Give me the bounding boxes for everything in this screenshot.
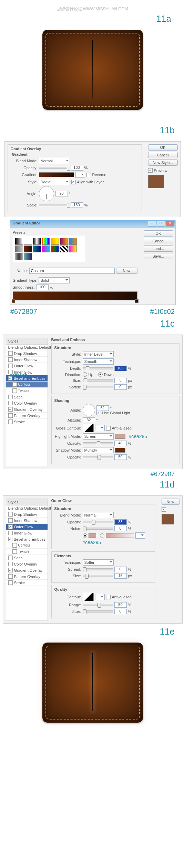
bevel-tech-select[interactable]: Smooth <box>83 358 114 365</box>
og-grad-radio[interactable] <box>100 533 104 538</box>
s2-stroke[interactable]: Stroke <box>6 580 48 586</box>
og-grad-arrow[interactable] <box>135 532 145 539</box>
ok-button[interactable]: OK <box>148 144 178 151</box>
s2-texture[interactable]: Texture <box>6 549 48 555</box>
align-checkbox[interactable]: ✔ <box>71 180 76 184</box>
preview-checkbox-2[interactable]: ✔ <box>162 507 166 512</box>
sh-mode-select[interactable]: Multiply <box>83 447 114 453</box>
ok-button-2[interactable]: OK <box>144 230 173 237</box>
blending-default[interactable]: Blending Options: Default <box>6 345 48 350</box>
sh-op-slider[interactable] <box>83 456 113 458</box>
og-blend-select[interactable]: Normal <box>83 512 114 518</box>
size-slider[interactable] <box>83 379 113 382</box>
style-color-overlay[interactable]: Color Overlay <box>6 400 48 406</box>
opacity-input[interactable]: 100 <box>71 165 83 171</box>
style-texture[interactable]: Texture <box>6 388 48 394</box>
size-input[interactable]: 5 <box>114 378 127 383</box>
aa-checkbox[interactable] <box>106 426 111 431</box>
style-stroke[interactable]: Stroke <box>6 419 48 425</box>
s2-drop[interactable]: Drop Shadow <box>6 511 48 518</box>
gradient-bar[interactable] <box>13 291 137 300</box>
soften-input[interactable]: 0 <box>114 384 127 390</box>
s2-inner-shadow[interactable]: Inner Shadow <box>6 518 48 524</box>
global-light-checkbox[interactable]: ✔ <box>96 411 101 415</box>
s2-grad-ov[interactable]: ✔Gradient Overlay <box>6 567 48 573</box>
og-spread-input[interactable]: 0 <box>114 567 127 572</box>
dir-up-radio[interactable] <box>83 372 87 377</box>
og-contour-arrow[interactable] <box>95 594 105 600</box>
gradient-swatch[interactable] <box>39 172 74 177</box>
opacity-slider[interactable] <box>39 167 69 169</box>
depth-input[interactable]: 100 <box>114 366 127 371</box>
close-icon[interactable]: ✕ <box>166 221 174 226</box>
depth-slider[interactable] <box>83 367 113 369</box>
name-input[interactable] <box>29 268 115 274</box>
gloss-arrow[interactable] <box>95 425 105 431</box>
style-gradient-overlay[interactable]: ✔Gradient Overlay <box>6 406 48 413</box>
new-preset-button[interactable]: New <box>116 268 137 274</box>
s2-color-ov[interactable]: Color Overlay <box>6 561 48 567</box>
og-contour[interactable] <box>83 593 94 601</box>
cancel-button-2[interactable]: Cancel <box>144 238 173 244</box>
style-contour[interactable]: Contour <box>6 382 48 388</box>
sh-color-swatch[interactable] <box>115 448 125 453</box>
s2-satin[interactable]: Satin <box>6 555 48 561</box>
hi-mode-select[interactable]: Screen <box>83 433 114 440</box>
s2-pattern[interactable]: Pattern Overlay <box>6 573 48 580</box>
style-inner-shadow[interactable]: Inner Shadow <box>6 357 48 363</box>
angle-dial[interactable] <box>39 186 54 201</box>
new-style-button[interactable]: New Style... <box>148 160 178 166</box>
maximize-icon[interactable]: □ <box>157 221 165 226</box>
save-button[interactable]: Save... <box>144 253 173 259</box>
type-select[interactable]: Solid <box>39 277 70 283</box>
hi-color-swatch[interactable] <box>115 434 125 439</box>
s2-bevel[interactable]: ✔Bevel and Emboss <box>6 536 48 542</box>
bevel-style-select[interactable]: Inner Bevel <box>83 351 114 357</box>
style-inner-glow[interactable]: Inner Glow#672907 <box>6 369 48 375</box>
scale-slider[interactable] <box>39 204 69 206</box>
sh-op-input[interactable]: 50 <box>114 454 127 460</box>
gradient-arrow[interactable] <box>75 172 85 178</box>
og-op-slider[interactable] <box>83 521 113 523</box>
hi-op-input[interactable]: 48 <box>114 441 127 446</box>
og-noise-input[interactable]: 0 <box>114 526 127 531</box>
style-pattern-overlay[interactable]: Pattern Overlay <box>6 413 48 419</box>
angle-input[interactable]: 90 <box>55 191 68 196</box>
gloss-contour[interactable] <box>83 424 94 432</box>
og-range-input[interactable]: 50 <box>114 602 127 608</box>
og-jitter-input[interactable]: 0 <box>114 609 127 614</box>
smooth-input[interactable]: 100 <box>36 284 49 290</box>
og-size-slider[interactable] <box>83 575 113 577</box>
s2-contour[interactable]: Contour <box>6 542 48 549</box>
new-button-og[interactable]: New <box>162 499 179 505</box>
scale-input[interactable]: 150 <box>71 202 83 208</box>
load-button[interactable]: Load... <box>144 245 173 252</box>
og-jitter-slider[interactable] <box>83 610 113 613</box>
reverse-checkbox[interactable] <box>86 173 91 177</box>
presets-grid[interactable] <box>13 236 85 262</box>
og-color-radio[interactable] <box>83 533 87 538</box>
og-spread-slider[interactable] <box>83 568 113 570</box>
og-color-swatch[interactable] <box>89 533 96 538</box>
style-drop-shadow[interactable]: Drop Shadow <box>6 350 48 357</box>
og-range-slider[interactable] <box>83 604 113 606</box>
preview-checkbox[interactable]: ✔ <box>148 168 153 173</box>
hi-op-slider[interactable] <box>83 442 113 444</box>
style-select[interactable]: Radial <box>39 179 70 185</box>
soften-slider[interactable] <box>83 386 113 388</box>
style-outer-glow[interactable]: Outer Glow <box>6 363 48 369</box>
style-satin[interactable]: Satin <box>6 394 48 400</box>
s2-inner-glow[interactable]: Inner Glow <box>6 530 48 536</box>
og-size-input[interactable]: 16 <box>114 573 127 579</box>
og-noise-slider[interactable] <box>83 528 113 530</box>
gradient-stop-left[interactable] <box>12 299 15 303</box>
s2-outer-glow[interactable]: ✔Outer Glow <box>6 524 48 530</box>
blend-mode-select[interactable]: Normal <box>39 158 70 164</box>
minimize-icon[interactable]: – <box>148 221 156 226</box>
og-grad-swatch[interactable] <box>106 533 134 538</box>
og-op-input[interactable]: 33 <box>114 519 127 525</box>
blending-default-2[interactable]: Blending Options: Default <box>6 505 48 511</box>
gradient-stop-right[interactable] <box>135 299 138 303</box>
cancel-button[interactable]: Cancel <box>148 152 178 158</box>
angle-dial-2[interactable] <box>83 404 95 416</box>
